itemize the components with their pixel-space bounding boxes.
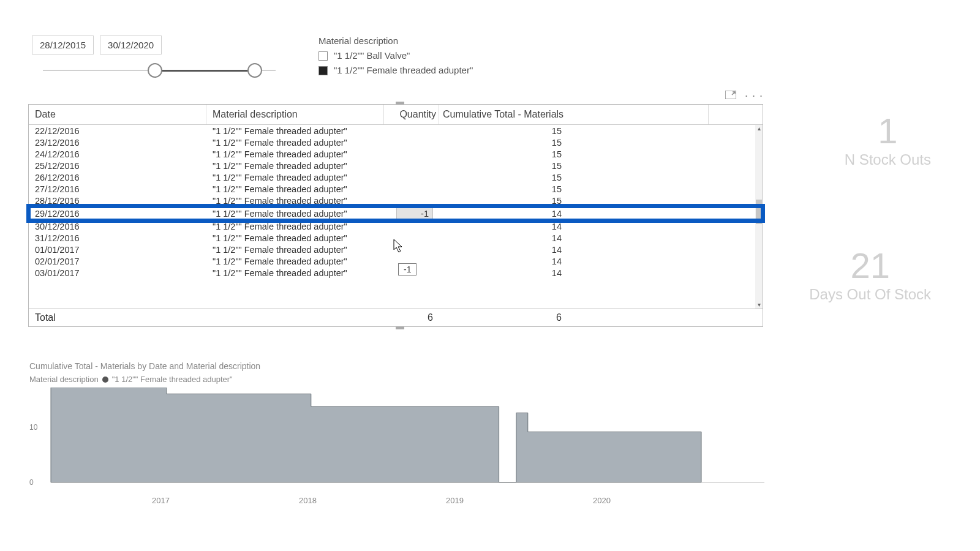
cell-cum: 15 <box>439 171 709 183</box>
svg-line-1 <box>732 92 735 95</box>
resize-handle-bottom[interactable] <box>396 326 404 329</box>
table-header-row: Date Material description Quantity Cumul… <box>29 105 763 125</box>
cell-qty <box>384 176 439 178</box>
total-cum: 6 <box>439 309 709 326</box>
cell-desc: "1 1/2"" Female threaded adupter" <box>206 255 384 267</box>
slicer-option-ball-valve[interactable]: "1 1/2"" Ball Valve" <box>318 48 473 63</box>
date-to-box[interactable]: 30/12/2020 <box>100 36 162 54</box>
focus-mode-icon[interactable] <box>725 91 736 101</box>
cell-date: 23/12/2016 <box>29 137 206 148</box>
date-from-box[interactable]: 28/12/2015 <box>32 36 94 54</box>
table-row[interactable]: 31/12/2016"1 1/2"" Female threaded adupt… <box>29 232 763 244</box>
table-row[interactable]: 22/12/2016"1 1/2"" Female threaded adupt… <box>29 125 763 137</box>
date-range-slider[interactable] <box>43 61 276 81</box>
cell-date: 03/01/2017 <box>29 267 206 279</box>
more-options-icon[interactable]: · · · <box>745 89 763 102</box>
cell-qty <box>384 165 439 167</box>
scroll-down-icon[interactable]: ▾ <box>758 301 761 309</box>
cell-desc: "1 1/2"" Female threaded adupter" <box>206 148 384 160</box>
cell-cum: 15 <box>439 183 709 195</box>
cell-desc: "1 1/2"" Female threaded adupter" <box>206 195 384 206</box>
table-body: 22/12/2016"1 1/2"" Female threaded adupt… <box>29 125 763 309</box>
resize-handle-top[interactable] <box>396 102 404 105</box>
slicer-option-female-adapter[interactable]: "1 1/2"" Female threaded adupter" <box>318 63 473 78</box>
slider-handle-start[interactable] <box>148 63 162 78</box>
cell-date: 29/12/2016 <box>29 208 206 219</box>
cell-cum: 15 <box>439 137 709 148</box>
chart-legend[interactable]: Material description "1 1/2"" Female thr… <box>29 375 764 384</box>
cell-cum: 14 <box>439 267 709 279</box>
cell-date: 27/12/2016 <box>29 183 206 195</box>
table-row[interactable]: 03/01/2017"1 1/2"" Female threaded adupt… <box>29 267 763 279</box>
cell-qty <box>384 130 439 132</box>
cell-cum: 14 <box>439 232 709 244</box>
y-axis-tick: 0 <box>29 478 34 487</box>
cell-qty <box>384 260 439 262</box>
table-row[interactable]: 24/12/2016"1 1/2"" Female threaded adupt… <box>29 148 763 160</box>
cell-qty <box>384 225 439 227</box>
table-row[interactable]: 28/12/2016"1 1/2"" Female threaded adupt… <box>29 195 763 206</box>
col-header-qty[interactable]: Quantity <box>384 105 439 124</box>
cell-qty: -1 <box>384 206 439 220</box>
cell-desc: "1 1/2"" Female threaded adupter" <box>206 125 384 137</box>
cumulative-chart[interactable]: Cumulative Total - Materials by Date and… <box>29 361 764 504</box>
cell-desc: "1 1/2"" Female threaded adupter" <box>206 220 384 232</box>
kpi-value: 1 <box>845 110 931 151</box>
cell-date: 22/12/2016 <box>29 125 206 137</box>
slicer-title: Material description <box>318 36 473 46</box>
materials-table[interactable]: Date Material description Quantity Cumul… <box>28 104 763 327</box>
material-description-slicer[interactable]: Material description "1 1/2"" Ball Valve… <box>318 36 473 78</box>
cell-desc: "1 1/2"" Female threaded adupter" <box>206 160 384 171</box>
x-axis-tick: 2018 <box>299 496 317 505</box>
chart-title: Cumulative Total - Materials by Date and… <box>29 361 764 371</box>
slicer-option-label: "1 1/2"" Female threaded adupter" <box>334 63 473 78</box>
kpi-value: 21 <box>809 245 931 286</box>
cell-date: 30/12/2016 <box>29 220 206 232</box>
total-qty: 6 <box>384 309 439 326</box>
kpi-days-out[interactable]: 21 Days Out Of Stock <box>809 245 931 303</box>
table-total-row: Total 6 6 <box>29 309 763 326</box>
area-chart-svg <box>29 388 764 492</box>
legend-marker-icon <box>102 377 108 383</box>
date-range-slicer[interactable]: 28/12/2015 30/12/2020 <box>32 36 162 54</box>
table-row[interactable]: 30/12/2016"1 1/2"" Female threaded adupt… <box>29 220 763 232</box>
table-row[interactable]: 25/12/2016"1 1/2"" Female threaded adupt… <box>29 160 763 171</box>
cell-date: 02/01/2017 <box>29 255 206 267</box>
cell-desc: "1 1/2"" Female threaded adupter" <box>206 183 384 195</box>
cell-desc: "1 1/2"" Female threaded adupter" <box>206 137 384 148</box>
visual-header-toolbar: · · · <box>28 89 763 102</box>
checkbox-icon[interactable] <box>318 51 328 61</box>
total-label: Total <box>29 309 206 326</box>
cell-qty <box>384 237 439 239</box>
slider-handle-end[interactable] <box>247 63 262 78</box>
scroll-up-icon[interactable]: ▴ <box>758 125 761 132</box>
cell-cum: 15 <box>439 148 709 160</box>
table-row[interactable]: 01/01/2017"1 1/2"" Female threaded adupt… <box>29 244 763 255</box>
kpi-label: Days Out Of Stock <box>809 286 931 303</box>
col-header-desc[interactable]: Material description <box>206 105 384 124</box>
cell-qty <box>384 188 439 190</box>
col-header-cum[interactable]: Cumulative Total - Materials <box>439 105 709 124</box>
cell-tooltip: -1 <box>398 263 417 276</box>
table-row[interactable]: 29/12/2016"1 1/2"" Female threaded adupt… <box>29 206 763 220</box>
cell-cum: 15 <box>439 160 709 171</box>
chart-plot-area[interactable]: 10 0 2017 2018 2019 2020 <box>29 388 764 504</box>
y-axis-tick: 10 <box>29 423 37 432</box>
cell-qty <box>384 249 439 250</box>
table-row[interactable]: 27/12/2016"1 1/2"" Female threaded adupt… <box>29 183 763 195</box>
col-header-date[interactable]: Date <box>29 105 206 124</box>
slicer-option-label: "1 1/2"" Ball Valve" <box>334 48 410 63</box>
kpi-stock-outs[interactable]: 1 N Stock Outs <box>845 110 931 168</box>
table-row[interactable]: 02/01/2017"1 1/2"" Female threaded adupt… <box>29 255 763 267</box>
cell-date: 24/12/2016 <box>29 148 206 160</box>
cell-desc: "1 1/2"" Female threaded adupter" <box>206 208 384 219</box>
legend-title: Material description <box>29 375 99 384</box>
cell-qty <box>384 153 439 155</box>
table-row[interactable]: 23/12/2016"1 1/2"" Female threaded adupt… <box>29 137 763 148</box>
kpi-label: N Stock Outs <box>845 151 931 168</box>
x-axis-tick: 2020 <box>593 496 611 505</box>
checkbox-checked-icon[interactable] <box>318 66 328 75</box>
table-row[interactable]: 26/12/2016"1 1/2"" Female threaded adupt… <box>29 171 763 183</box>
cell-date: 25/12/2016 <box>29 160 206 171</box>
cell-date: 26/12/2016 <box>29 171 206 183</box>
